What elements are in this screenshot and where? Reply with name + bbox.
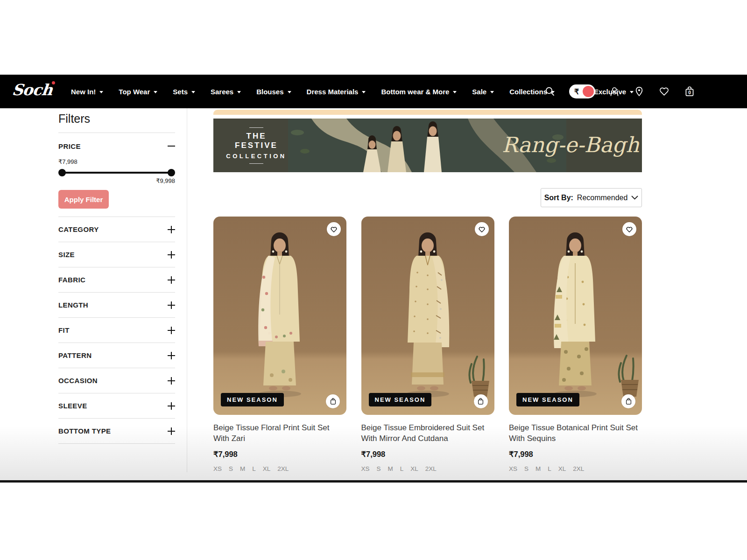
plus-icon [168,276,175,284]
size-option[interactable]: XL [263,465,271,472]
product-name[interactable]: Beige Tissue Botanical Print Suit Set Wi… [509,422,642,444]
size-option[interactable]: M [388,465,393,472]
nav-item-dress-materials[interactable]: Dress Materials [307,88,366,96]
size-option[interactable]: XS [509,465,517,472]
slider-track [61,172,172,174]
nav-item-blouses[interactable]: Blouses [256,88,291,96]
new-season-badge: NEW SEASON [369,393,432,406]
nav-item-bottom-wear-more[interactable]: Bottom wear & More [381,88,457,96]
size-option[interactable]: L [548,465,551,472]
sort-by-value: Recommended [577,194,628,202]
search-icon [544,86,556,97]
filter-section-fit[interactable]: FIT [58,318,175,343]
price-min-label: ₹7,998 [58,158,175,165]
price-range-slider[interactable] [58,169,175,176]
plus-icon [168,226,175,233]
filter-section-length[interactable]: LENGTH [58,293,175,317]
bag-icon [330,398,337,405]
apply-filter-button[interactable]: Apply Filter [58,190,109,209]
heart-icon [478,226,486,233]
product-image[interactable]: NEW SEASON [361,217,494,415]
filter-section-label: SLEEVE [58,402,87,410]
chevron-down-icon [288,91,291,93]
nav-item-sarees[interactable]: Sarees [211,88,241,96]
product-image[interactable]: NEW SEASON [509,217,642,415]
sort-row: Sort By: Recommended [213,188,642,207]
nav-item-sets[interactable]: Sets [173,88,195,96]
size-option[interactable]: S [524,465,529,472]
festive-collection-banner[interactable]: THE FESTIVE COLLECTION Rang-e-Bagh [213,119,642,172]
filter-section-label: SIZE [58,251,75,259]
size-option[interactable]: XL [558,465,566,472]
size-option[interactable]: 2XL [425,465,437,472]
product-card: NEW SEASON Beige Tissue Floral Print Sui… [213,217,346,472]
chevron-down-icon [362,91,366,93]
sort-by-dropdown[interactable]: Sort By: Recommended [541,188,642,207]
add-to-bag-button[interactable] [621,394,635,408]
product-name[interactable]: Beige Tissue Embroidered Suit Set With M… [361,422,494,444]
eyebrow-line2: COLLECTION [225,153,288,160]
size-options: XS S M L XL 2XL [213,465,346,472]
size-option[interactable]: XL [410,465,418,472]
nav-item-label: Blouses [256,88,283,96]
top-navigation: Soch New In! Top Wear Sets Sarees Blouse… [0,75,747,108]
add-to-bag-button[interactable] [474,394,488,408]
bag-button[interactable]: 0 [684,85,696,98]
nav-item-label: Dress Materials [307,88,359,96]
size-option[interactable]: 2XL [573,465,584,472]
plus-icon [168,251,175,259]
size-option[interactable]: M [240,465,245,472]
filter-section-price[interactable]: PRICE [58,135,175,157]
soch-logo[interactable]: Soch [12,81,52,99]
filter-section-category[interactable]: CATEGORY [58,217,175,242]
chevron-down-icon [99,91,103,93]
filter-section-size[interactable]: SIZE [58,242,175,267]
filter-section-fabric[interactable]: FABRIC [58,267,175,292]
filter-section-pattern[interactable]: PATTERN [58,343,175,368]
size-option[interactable]: XS [213,465,222,472]
filter-section-label: FABRIC [58,276,85,284]
new-season-badge: NEW SEASON [516,393,579,406]
nav-item-label: Sets [173,88,188,96]
size-option[interactable]: 2XL [277,465,289,472]
store-locator-button[interactable] [634,86,645,97]
product-card: NEW SEASON Beige Tissue Embroidered Suit… [361,217,494,472]
size-option[interactable]: L [400,465,404,472]
logo-dot-icon [52,81,55,84]
size-option[interactable]: L [252,465,256,472]
nav-item-label: Collections [509,88,547,96]
search-button[interactable] [544,86,556,97]
rule-line [249,163,263,164]
account-button[interactable] [609,86,620,97]
rule-line [249,127,263,128]
wishlist-button[interactable] [622,222,636,236]
nav-item-label: Bottom wear & More [381,88,449,96]
currency-toggle[interactable]: ₹ [569,84,595,98]
size-option[interactable]: S [229,465,233,472]
size-option[interactable]: S [377,465,381,472]
filter-section-label: CATEGORY [58,225,99,233]
nav-item-top-wear[interactable]: Top Wear [119,88,157,96]
add-to-bag-button[interactable] [326,394,340,408]
size-option[interactable]: XS [361,465,370,472]
price-max-label: ₹9,998 [58,177,175,184]
product-name[interactable]: Beige Tissue Floral Print Suit Set With … [213,422,346,444]
size-option[interactable]: M [536,465,541,472]
account-icon [609,86,620,97]
product-image[interactable]: NEW SEASON [213,217,346,415]
product-price: ₹7,998 [213,450,346,459]
nav-item-sale[interactable]: Sale [472,88,494,96]
filter-section-sleeve[interactable]: SLEEVE [58,393,175,418]
filter-section-occasion[interactable]: OCCASION [58,368,175,393]
wishlist-button[interactable] [658,86,670,97]
wishlist-button[interactable] [475,222,489,236]
chevron-down-icon [154,91,157,93]
slider-handle-min[interactable] [58,169,66,176]
wishlist-button[interactable] [327,222,341,236]
eyebrow-line1: THE FESTIVE [225,132,288,150]
filter-section-label: LENGTH [58,301,88,309]
filter-section-bottom-type[interactable]: BOTTOM TYPE [58,419,175,443]
nav-item-new-in[interactable]: New In! [71,88,103,96]
nav-item-label: New In! [71,88,96,96]
slider-handle-max[interactable] [168,169,175,176]
